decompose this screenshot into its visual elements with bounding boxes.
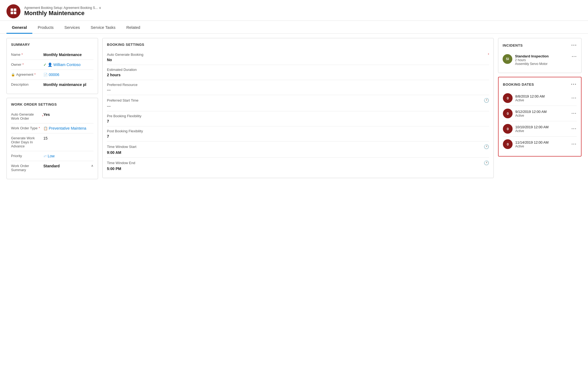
incident-detail: Assembly Servo Motor [515,62,569,66]
booking-date-item-1: 0 8/8/2019 12:00 AM Active ··· [503,91,577,106]
incidents-card: INCIDENTS ··· SI Standard Inspection 2 h… [498,38,582,73]
preferred-start-time-label: Preferred Start Time 🕐 [107,98,489,103]
app-icon [6,4,20,18]
incident-title[interactable]: Standard Inspection [515,54,569,58]
agreement-number: 00006 [49,72,59,77]
tab-general[interactable]: General [6,22,32,34]
owner-required-star: * [22,63,24,67]
incident-info: Standard Inspection 2 hours Assembly Ser… [515,54,569,66]
incidents-more-options-button[interactable]: ··· [571,43,577,48]
booking-date-item-2: 0 9/12/2019 12:00 AM Active ··· [503,106,577,121]
work-order-settings-card: WORK ORDER SETTINGS Auto Generate Work O… [6,98,98,179]
post-booking-flexibility-label: Post Booking Flexibility [107,129,489,133]
svg-rect-1 [14,9,16,11]
doc-icon: 📄 [43,73,48,77]
priority-value[interactable]: ↓↑ Low [43,154,93,158]
name-required-star: * [22,53,23,57]
preferred-start-clock-icon: 🕐 [484,98,489,103]
post-booking-flexibility-value: 7 [107,134,489,138]
wo-type-value[interactable]: 📋 Preventative Maintena [43,126,93,130]
date-status-1: Active [515,98,569,102]
agreement-required-star: * [34,73,36,77]
date-status-3: Active [515,129,569,133]
date-more-options-1[interactable]: ··· [572,96,577,101]
agreement-value[interactable]: 📄 00006 [43,72,93,77]
wo-type-required-star: * [39,126,40,130]
generate-days-row: Generate Work Order Days In Advance 15 [11,133,93,151]
date-title-3[interactable]: 10/10/2019 12:00 AM [515,125,569,129]
incident-avatar: SI [503,54,512,64]
time-window-end-value: 5:00 PM [107,167,489,171]
pre-booking-flexibility-value: 7 [107,119,489,123]
date-title-1[interactable]: 8/8/2019 12:00 AM [515,94,569,98]
tab-related[interactable]: Related [121,22,146,34]
date-more-options-2[interactable]: ··· [572,111,577,116]
tab-products[interactable]: Products [32,22,59,34]
preferred-resource-label: Preferred Resource [107,83,489,87]
booking-settings-card: BOOKING SETTINGS Auto Generate Booking *… [102,38,494,178]
wo-type-doc-icon: 📋 [43,126,48,130]
time-window-end-label: Time Window End 🕐 [107,160,489,165]
breadcrumb[interactable]: Agreement Booking Setup: Agreement Booki… [24,6,101,10]
time-window-end-field: Time Window End 🕐 5:00 PM [107,158,489,174]
summary-card: SUMMARY Name * Monthly Maintenance Owner… [6,38,98,94]
date-info-4: 11/14/2019 12:00 AM Active [515,140,569,148]
booking-date-item-3: 0 10/10/2019 12:00 AM Active ··· [503,121,577,137]
summary-owner-row: Owner * ✓ 👤 William Contoso [11,60,93,70]
check-icon: ✓ [43,63,47,67]
work-order-settings-title: WORK ORDER SETTINGS [11,102,93,106]
date-info-3: 10/10/2019 12:00 AM Active [515,125,569,133]
incident-more-options-button[interactable]: ··· [572,54,577,59]
description-value: Monthly maintenance pl [43,82,93,87]
svg-rect-2 [11,12,13,14]
time-window-start-field: Time Window Start 🕐 9:00 AM [107,141,489,158]
auto-generate-booking-value: No [107,58,489,62]
summary-name-row: Name * Monthly Maintenance [11,50,93,60]
auto-generate-wo-row: Auto Generate Work Order * Yes [11,110,93,123]
tab-service-tasks[interactable]: Service Tasks [85,22,121,34]
booking-settings-title: BOOKING SETTINGS [107,43,489,47]
priority-label: Priority [11,154,43,158]
booking-dates-title-row: BOOKING DATES ··· [503,82,577,87]
preferred-start-time-value: --- [107,104,489,108]
wo-summary-label: Work Order Summary [11,164,43,172]
booking-dates-title: BOOKING DATES [503,82,534,86]
owner-value[interactable]: ✓ 👤 William Contoso [43,63,93,67]
svg-rect-3 [14,12,16,14]
name-label: Name * [11,53,43,57]
auto-generate-booking-required: * [488,53,489,57]
date-title-4[interactable]: 11/14/2019 12:00 AM [515,140,569,144]
generate-days-label: Generate Work Order Days In Advance [11,136,43,148]
owner-name: William Contoso [53,63,81,67]
tab-services[interactable]: Services [59,22,85,34]
summary-title: SUMMARY [11,43,93,47]
time-window-start-clock-icon: 🕐 [484,144,489,149]
lock-icon: 🔒 [11,73,15,77]
right-column: INCIDENTS ··· SI Standard Inspection 2 h… [498,38,582,157]
date-avatar-4: 0 [503,139,513,149]
date-more-options-4[interactable]: ··· [572,142,577,147]
preferred-resource-value: --- [107,88,489,92]
name-value: Monthly Maintenance [43,53,93,57]
main-content: SUMMARY Name * Monthly Maintenance Owner… [0,34,588,183]
description-label: Description [11,82,43,86]
page-title: Monthly Maintenance [24,10,101,17]
app-header: Agreement Booking Setup: Agreement Booki… [0,0,588,21]
user-icon: 👤 [48,63,52,67]
date-more-options-3[interactable]: ··· [572,126,577,131]
date-title-2[interactable]: 9/12/2019 12:00 AM [515,110,569,114]
date-status-4: Active [515,144,569,148]
auto-generate-booking-label: Auto Generate Booking * [107,53,489,57]
scroll-up-icon[interactable]: ∧ [91,164,93,168]
pre-booking-flexibility-label: Pre Booking Flexibility [107,114,489,118]
time-window-start-value: 9:00 AM [107,150,489,155]
incident-duration: 2 hours [515,58,569,62]
agreement-label: 🔒 Agreement * [11,72,43,77]
booking-dates-more-options-button[interactable]: ··· [571,82,577,87]
sort-icon: ↓↑ [43,154,47,158]
date-info-1: 8/8/2019 12:00 AM Active [515,94,569,102]
breadcrumb-text: Agreement Booking Setup: Agreement Booki… [24,6,98,10]
incidents-title-row: INCIDENTS ··· [503,43,577,48]
summary-description-row: Description Monthly maintenance pl [11,80,93,89]
date-info-2: 9/12/2019 12:00 AM Active [515,110,569,117]
